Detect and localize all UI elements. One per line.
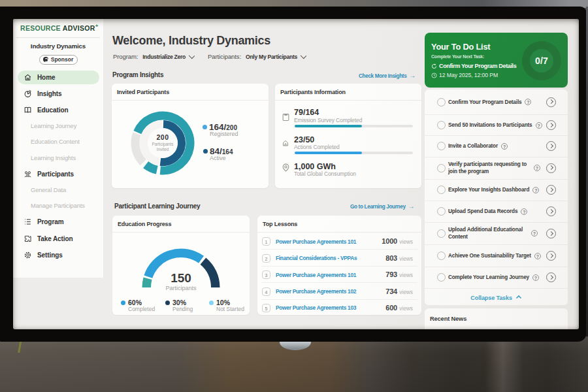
svg-text:200: 200	[156, 133, 169, 141]
svg-text:Invited: Invited	[157, 147, 169, 152]
